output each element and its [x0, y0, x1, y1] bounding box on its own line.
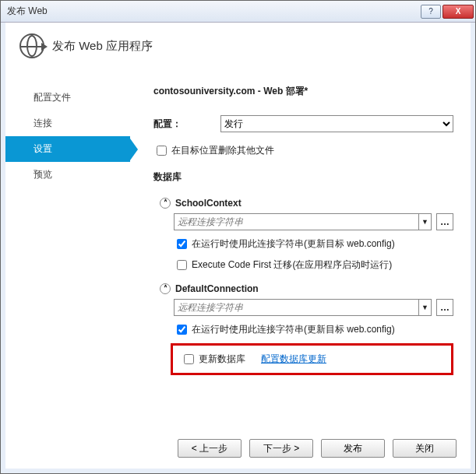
- dialog-title: 发布 Web 应用程序: [52, 39, 153, 54]
- defaultconnection-connection-row: ▼ …: [174, 299, 453, 316]
- delete-extra-row: 在目标位置删除其他文件: [153, 143, 453, 158]
- defaultconnection-connection-browse[interactable]: …: [436, 299, 453, 316]
- defaultconnection-connection-dropdown[interactable]: ▼: [419, 299, 432, 316]
- databases-title: 数据库: [153, 170, 453, 184]
- schoolcontext-codefirst-row: Execute Code First 迁移(在应用程序启动时运行): [174, 258, 453, 272]
- defaultconnection-header[interactable]: ˄ DefaultConnection: [160, 283, 453, 294]
- schoolcontext-connection-input[interactable]: [174, 213, 419, 230]
- prev-button[interactable]: < 上一步: [178, 439, 242, 458]
- delete-extra-label: 在目标位置删除其他文件: [171, 144, 274, 157]
- defaultconnection-useruntime-checkbox[interactable]: [177, 325, 187, 335]
- dialog-body: 发布 Web 应用程序 配置文件 连接 设置 预览 contosounivers…: [1, 23, 475, 473]
- help-button[interactable]: ?: [421, 5, 441, 19]
- profile-summary: contosouniversity.com - Web 部署*: [153, 85, 453, 98]
- main-area: 配置文件 连接 设置 预览 contosouniversity.com - We…: [5, 72, 471, 431]
- schoolcontext-block: ˄ SchoolContext ▼ … 在运行时使用此连接字符串(更新目标 we…: [153, 198, 453, 272]
- configure-database-updates-link[interactable]: 配置数据库更新: [261, 353, 326, 366]
- content-panel: contosouniversity.com - Web 部署* 配置： 发行 在…: [130, 72, 471, 431]
- next-button[interactable]: 下一步 >: [249, 439, 313, 458]
- update-database-highlight: 更新数据库 配置数据库更新: [171, 343, 453, 375]
- defaultconnection-name: DefaultConnection: [175, 283, 259, 294]
- schoolcontext-connection-browse[interactable]: …: [436, 213, 453, 230]
- schoolcontext-connection-row: ▼ …: [174, 213, 453, 230]
- window-title: 发布 Web: [7, 5, 419, 18]
- sidebar-item-connection[interactable]: 连接: [5, 111, 130, 136]
- update-database-checkbox[interactable]: [184, 354, 194, 364]
- sidebar-item-profile[interactable]: 配置文件: [5, 85, 130, 111]
- wizard-sidebar: 配置文件 连接 设置 预览: [5, 72, 130, 431]
- defaultconnection-useruntime-label: 在运行时使用此连接字符串(更新目标 web.config): [192, 323, 395, 336]
- publish-web-dialog: 发布 Web ? X 发布 Web 应用程序 配置文件 连接 设置 预览 con…: [0, 0, 476, 474]
- schoolcontext-codefirst-label: Execute Code First 迁移(在应用程序启动时运行): [192, 258, 392, 272]
- defaultconnection-useruntime-row: 在运行时使用此连接字符串(更新目标 web.config): [174, 322, 453, 337]
- publish-button[interactable]: 发布: [321, 439, 385, 458]
- sidebar-item-settings[interactable]: 设置: [5, 136, 130, 162]
- delete-extra-checkbox[interactable]: [157, 146, 167, 156]
- configuration-dropdown[interactable]: 发行: [220, 115, 453, 132]
- schoolcontext-connection-dropdown[interactable]: ▼: [419, 213, 432, 230]
- dialog-footer: < 上一步 下一步 > 发布 关闭: [5, 431, 471, 469]
- configuration-row: 配置： 发行: [153, 115, 453, 132]
- schoolcontext-useruntime-label: 在运行时使用此连接字符串(更新目标 web.config): [192, 237, 395, 251]
- defaultconnection-connection-input[interactable]: [174, 299, 419, 316]
- schoolcontext-name: SchoolContext: [175, 198, 242, 209]
- configuration-label: 配置：: [153, 118, 220, 131]
- schoolcontext-useruntime-checkbox[interactable]: [177, 239, 187, 249]
- update-database-row: 更新数据库 配置数据库更新: [181, 352, 443, 367]
- collapse-icon[interactable]: ˄: [160, 283, 171, 294]
- schoolcontext-codefirst-checkbox[interactable]: [177, 260, 187, 270]
- defaultconnection-block: ˄ DefaultConnection ▼ … 在运行时使用此连接字符串(更新目…: [153, 283, 453, 375]
- close-window-button[interactable]: X: [443, 5, 474, 19]
- update-database-label: 更新数据库: [199, 353, 245, 366]
- dialog-header: 发布 Web 应用程序: [5, 23, 471, 72]
- sidebar-item-preview[interactable]: 预览: [5, 162, 130, 188]
- globe-icon: [19, 33, 44, 58]
- close-button[interactable]: 关闭: [393, 439, 457, 458]
- schoolcontext-useruntime-row: 在运行时使用此连接字符串(更新目标 web.config): [174, 237, 453, 251]
- titlebar[interactable]: 发布 Web ? X: [1, 1, 475, 23]
- collapse-icon[interactable]: ˄: [160, 198, 171, 209]
- schoolcontext-header[interactable]: ˄ SchoolContext: [160, 198, 453, 209]
